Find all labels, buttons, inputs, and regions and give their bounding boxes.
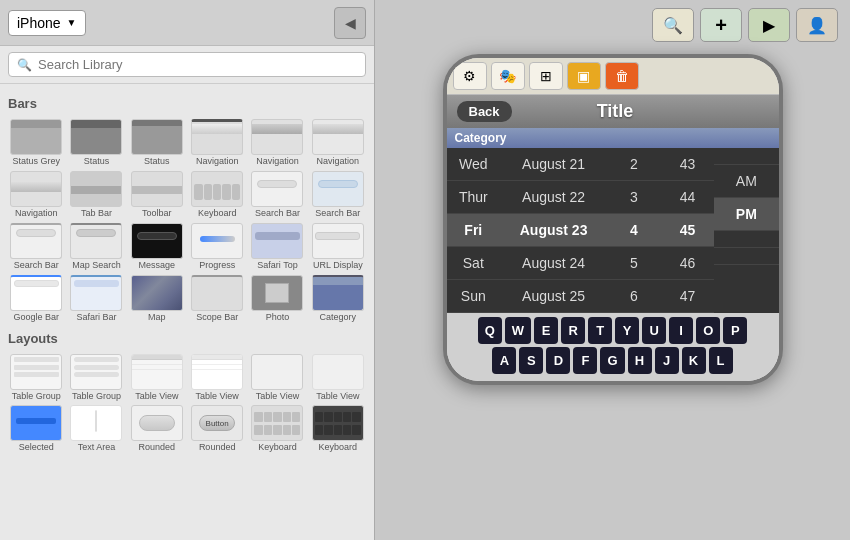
search-input[interactable]	[38, 57, 357, 72]
list-item[interactable]: Scope Bar	[189, 275, 245, 323]
key-s[interactable]: S	[519, 347, 543, 374]
item-thumb	[312, 405, 364, 441]
item-thumb	[70, 405, 122, 441]
delete-button[interactable]: 🗑	[605, 62, 639, 90]
search-input-wrap: 🔍	[8, 52, 366, 77]
item-thumb	[251, 171, 303, 207]
list-item[interactable]: Table View	[310, 354, 366, 402]
picker-row: 43	[661, 148, 715, 181]
list-item[interactable]: Keyboard	[189, 171, 245, 219]
list-item[interactable]: Search Bar	[249, 171, 305, 219]
list-item[interactable]: Google Bar	[8, 275, 64, 323]
item-label: Map	[148, 313, 166, 323]
item-label: Navigation	[317, 157, 360, 167]
phone-nav-bar: Back Title	[447, 95, 779, 128]
picker-row: 2	[607, 148, 661, 181]
picker-day-column: Wed Thur Fri Sat Sun	[447, 148, 501, 313]
item-label: Status	[84, 157, 110, 167]
list-item[interactable]: Button Rounded	[189, 405, 245, 453]
back-pill-button[interactable]: Back	[457, 101, 512, 122]
item-thumb	[312, 275, 364, 311]
grid-button[interactable]: ⊞	[529, 62, 563, 90]
picker-row-selected: PM	[714, 198, 778, 231]
item-thumb	[251, 275, 303, 311]
key-g[interactable]: G	[600, 347, 624, 374]
list-item[interactable]: Status Grey	[8, 119, 64, 167]
play-button[interactable]: ▶	[748, 8, 790, 42]
key-p[interactable]: P	[723, 317, 747, 344]
key-k[interactable]: K	[682, 347, 706, 374]
layers-button[interactable]: ▣	[567, 62, 601, 90]
style-button[interactable]: 🎭	[491, 62, 525, 90]
item-label: Table Group	[72, 392, 121, 402]
list-item[interactable]: Tab Bar	[68, 171, 124, 219]
list-item[interactable]: Keyboard	[310, 405, 366, 453]
phone-title: Title	[597, 101, 634, 122]
key-h[interactable]: H	[628, 347, 652, 374]
list-item[interactable]: Map Search	[68, 223, 124, 271]
list-item[interactable]: Table View	[189, 354, 245, 402]
back-arrow-icon: ◀	[345, 15, 356, 31]
key-o[interactable]: O	[696, 317, 720, 344]
key-w[interactable]: W	[505, 317, 531, 344]
list-item[interactable]: Search Bar	[8, 223, 64, 271]
list-item[interactable]: Table Group	[8, 354, 64, 402]
search-bar: 🔍	[0, 46, 374, 84]
key-e[interactable]: E	[534, 317, 558, 344]
picker-row: August 21	[500, 148, 607, 181]
add-button[interactable]: +	[700, 8, 742, 42]
user-icon: 👤	[807, 16, 827, 35]
user-button[interactable]: 👤	[796, 8, 838, 42]
picker-row: August 24	[500, 247, 607, 280]
list-item[interactable]: Table Group	[68, 354, 124, 402]
library-content: Bars Status Grey Status Status Navigatio…	[0, 84, 374, 540]
settings-icon: ⚙	[463, 68, 476, 84]
list-item[interactable]: Map	[129, 275, 185, 323]
list-item[interactable]: Status	[129, 119, 185, 167]
list-item[interactable]: Navigation	[8, 171, 64, 219]
key-a[interactable]: A	[492, 347, 516, 374]
list-item[interactable]: Status	[68, 119, 124, 167]
list-item[interactable]: Category	[310, 275, 366, 323]
item-label: Navigation	[15, 209, 58, 219]
list-item[interactable]: Navigation	[310, 119, 366, 167]
key-l[interactable]: L	[709, 347, 733, 374]
key-f[interactable]: F	[573, 347, 597, 374]
list-item[interactable]: Navigation	[249, 119, 305, 167]
key-i[interactable]: I	[669, 317, 693, 344]
key-d[interactable]: D	[546, 347, 570, 374]
list-item[interactable]: URL Display	[310, 223, 366, 271]
list-item[interactable]: Rounded	[129, 405, 185, 453]
list-item[interactable]: Text Area	[68, 405, 124, 453]
key-u[interactable]: U	[642, 317, 666, 344]
item-label: Message	[139, 261, 176, 271]
list-item[interactable]: Search Bar	[310, 171, 366, 219]
key-t[interactable]: T	[588, 317, 612, 344]
list-item[interactable]: Keyboard	[249, 405, 305, 453]
list-item[interactable]: Navigation	[189, 119, 245, 167]
list-item[interactable]: Message	[129, 223, 185, 271]
list-item[interactable]: Selected	[8, 405, 64, 453]
device-selector[interactable]: iPhone ▼	[8, 10, 86, 36]
picker-row: 44	[661, 181, 715, 214]
key-r[interactable]: R	[561, 317, 585, 344]
back-button[interactable]: ◀	[334, 7, 366, 39]
picker-ampm-column: AM PM	[714, 148, 778, 313]
picker-row: 5	[607, 247, 661, 280]
list-item[interactable]: Toolbar	[129, 171, 185, 219]
picker-row: 47	[661, 280, 715, 313]
date-picker[interactable]: Wed Thur Fri Sat Sun August 21 August 22…	[447, 148, 779, 313]
item-label: Navigation	[256, 157, 299, 167]
zoom-button[interactable]: 🔍	[652, 8, 694, 42]
list-item[interactable]: Safari Bar	[68, 275, 124, 323]
list-item[interactable]: Table View	[129, 354, 185, 402]
key-j[interactable]: J	[655, 347, 679, 374]
list-item[interactable]: Photo	[249, 275, 305, 323]
settings-button[interactable]: ⚙	[453, 62, 487, 90]
list-item[interactable]: Progress	[189, 223, 245, 271]
key-q[interactable]: Q	[478, 317, 502, 344]
list-item[interactable]: Safari Top	[249, 223, 305, 271]
list-item[interactable]: Table View	[249, 354, 305, 402]
item-thumb	[191, 275, 243, 311]
key-y[interactable]: Y	[615, 317, 639, 344]
